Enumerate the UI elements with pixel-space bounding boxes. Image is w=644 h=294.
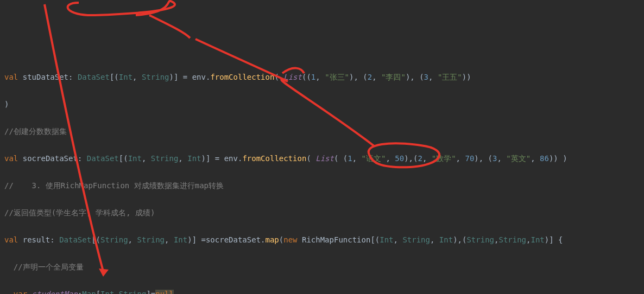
code-line-3[interactable]: //创建分数数据集 xyxy=(4,125,640,138)
code-line-2[interactable]: ) xyxy=(4,98,640,111)
code-editor[interactable]: val stuDataSet: DataSet[(Int, String)] =… xyxy=(0,54,644,294)
code-line-4[interactable]: val socreDataSet: DataSet[(Int, String, … xyxy=(4,152,640,165)
code-line-5[interactable]: // 3. 使用RichMapFunction 对成绩数据集进行map转换 xyxy=(4,179,640,193)
code-line-7[interactable]: val result: DataSet[(String, String, Int… xyxy=(4,233,640,247)
code-line-8[interactable]: //声明一个全局变量 xyxy=(4,260,640,274)
code-line-9[interactable]: var studentMap:Map[Int,String]=null xyxy=(4,287,640,294)
code-line-1[interactable]: val stuDataSet: DataSet[(Int, String)] =… xyxy=(4,71,640,84)
code-line-6[interactable]: //返回值类型(学生名字, 学科成名, 成绩) xyxy=(4,206,640,220)
